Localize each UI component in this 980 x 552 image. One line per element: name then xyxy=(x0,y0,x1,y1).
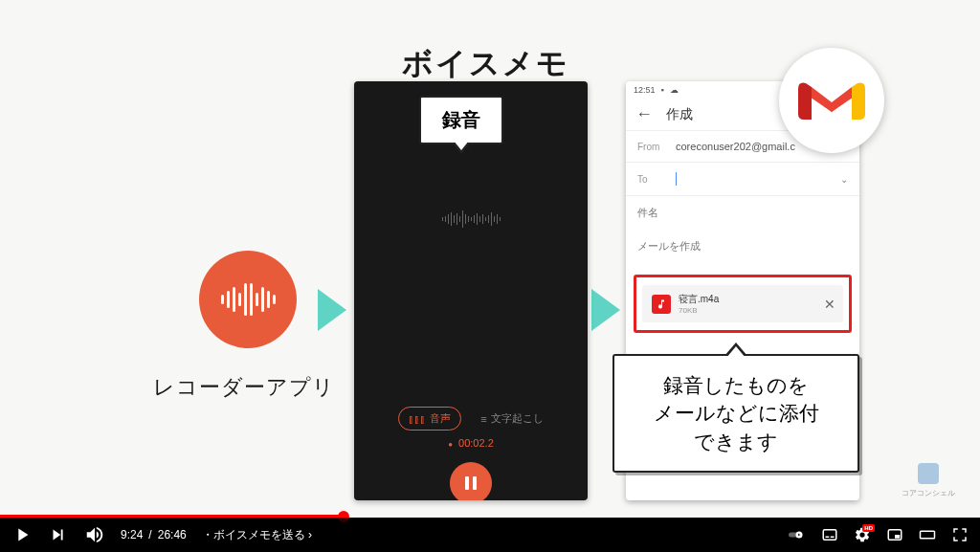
watermark: コアコンシェル xyxy=(902,463,955,498)
play-button[interactable] xyxy=(11,524,33,545)
recorder-app-icon xyxy=(199,251,297,348)
svg-rect-14 xyxy=(831,537,835,539)
svg-rect-2 xyxy=(233,287,235,312)
video-content: ボイスメモ レコーダーアプリ ⫿⫿⫿ xyxy=(0,0,980,518)
pause-button[interactable] xyxy=(450,462,492,500)
miniplayer-button[interactable] xyxy=(886,526,903,543)
cloud-icon: ☁ xyxy=(670,85,679,95)
attachment-pill[interactable]: 寝言.m4a 70KB ✕ xyxy=(642,285,843,322)
back-arrow-icon[interactable]: ← xyxy=(635,104,653,124)
chevron-right-icon: › xyxy=(308,528,312,541)
svg-rect-5 xyxy=(250,283,253,316)
audio-file-icon xyxy=(652,295,671,314)
svg-rect-13 xyxy=(826,537,830,539)
svg-rect-16 xyxy=(895,535,900,539)
to-row[interactable]: To ⌄ xyxy=(626,162,859,195)
svg-rect-1 xyxy=(227,291,230,308)
svg-rect-12 xyxy=(823,530,836,541)
recording-timer: 00:02.2 xyxy=(354,437,588,449)
svg-rect-17 xyxy=(921,531,935,539)
fullscreen-button[interactable] xyxy=(951,526,969,543)
body-row[interactable]: メールを作成 xyxy=(626,230,859,263)
remove-attachment-icon[interactable]: ✕ xyxy=(824,297,835,312)
volume-button[interactable] xyxy=(84,524,105,545)
chapter-title[interactable]: ・ボイスメモを送る › xyxy=(202,527,312,543)
compose-title: 作成 xyxy=(666,106,693,123)
subject-row[interactable]: 件名 xyxy=(626,195,859,230)
svg-rect-0 xyxy=(221,295,224,304)
lines-icon: ≡ xyxy=(480,413,486,425)
slide-title: ボイスメモ xyxy=(402,43,569,85)
text-cursor xyxy=(676,172,677,186)
gmail-logo-badge xyxy=(779,48,884,153)
svg-rect-9 xyxy=(273,295,276,304)
tab-audio[interactable]: ⫿⫿⫿ 音声 xyxy=(398,407,461,431)
settings-button[interactable]: HD xyxy=(854,526,871,543)
time-display: 9:24 / 26:46 xyxy=(121,528,187,541)
watermark-icon xyxy=(918,463,939,484)
gmail-icon xyxy=(798,76,865,125)
hd-badge: HD xyxy=(862,524,875,532)
autoplay-toggle[interactable] xyxy=(789,526,806,543)
svg-rect-8 xyxy=(267,291,270,308)
pause-icon xyxy=(465,476,477,490)
recorder-app-label: レコーダーアプリ xyxy=(153,373,335,402)
waveform xyxy=(354,198,588,240)
theater-button[interactable] xyxy=(919,526,936,543)
svg-rect-3 xyxy=(238,293,241,306)
callout-attachment: 録音したものを メールなどに添付 できます xyxy=(612,354,859,473)
svg-rect-6 xyxy=(256,293,258,306)
captions-button[interactable] xyxy=(821,526,838,543)
svg-rect-7 xyxy=(261,287,264,312)
arrow-icon xyxy=(591,289,620,331)
tab-transcribe[interactable]: ≡ 文字起こし xyxy=(480,407,543,431)
arrow-icon xyxy=(318,289,346,331)
next-button[interactable] xyxy=(48,524,69,545)
svg-rect-4 xyxy=(244,283,247,316)
attachment-highlight: 寝言.m4a 70KB ✕ xyxy=(634,275,852,333)
chevron-down-icon[interactable]: ⌄ xyxy=(840,174,848,185)
callout-recording: 録音 xyxy=(419,96,503,144)
waveform-small-icon: ⫿⫿⫿ xyxy=(409,413,426,425)
notification-dot-icon: ▪ xyxy=(661,85,664,95)
player-controls: 9:24 / 26:46 ・ボイスメモを送る › HD xyxy=(0,518,980,552)
